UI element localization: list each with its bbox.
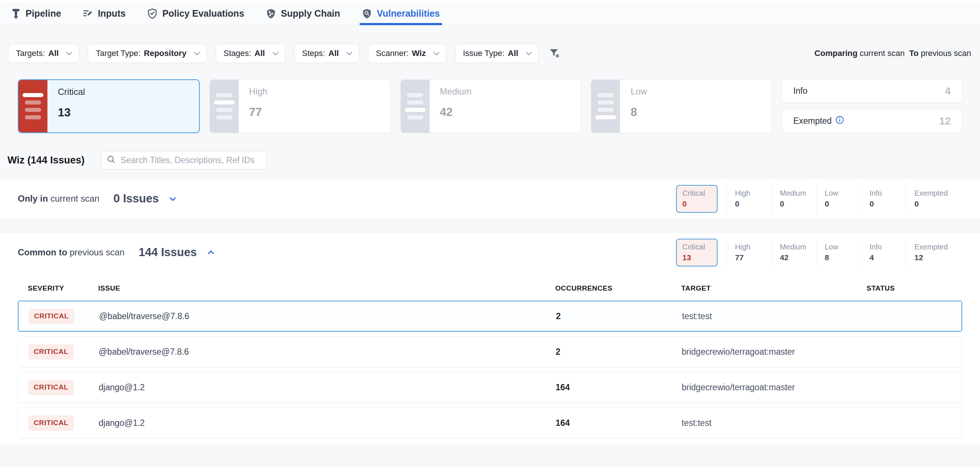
group-title-bold: Only in [18,194,48,203]
filter-value: Repository [144,49,186,58]
count-value: 13 [682,253,717,262]
search-icon [107,154,116,166]
exempted-card-label: Exempted [793,116,832,126]
table-row[interactable]: CRITICAL django@1.2 164 test:test [18,407,962,438]
vulnerabilities-page: Pipeline Inputs Policy Evaluations Suppl… [0,0,980,467]
filter-label: Target Type: [95,49,140,58]
count-value: 12 [915,253,962,262]
group-title-scope: previous scan [70,247,124,257]
group-issues-count: 0 Issues [113,192,159,205]
group-issues-toggle[interactable]: 144 Issues [138,246,213,259]
filter-label: Issue Type: [463,49,504,58]
tab-vulnerabilities[interactable]: Vulnerabilities [362,2,440,25]
count-label: Exempted [915,189,962,197]
count-critical[interactable]: Critical 13 [676,239,718,267]
comparing-previous: previous scan [921,49,971,58]
occurrences-cell: 164 [555,383,682,392]
severity-card-label: Critical [58,87,85,97]
comparing-text: Comparing current scan To previous scan [814,49,971,58]
count-label: Info [870,189,906,197]
group-title-bold: Common to [18,247,67,257]
filter-target-type[interactable]: Target Type: Repository [88,44,207,63]
issue-cell: django@1.2 [99,383,555,392]
severity-card-label: Medium [440,86,471,97]
filter-stages[interactable]: Stages: All [216,44,285,63]
severity-card-low[interactable]: Low 8 [591,79,772,133]
column-header-target: TARGET [681,284,867,292]
group-severity-counts: Critical 13 High 77 Medium 42 Low 8 Info [676,237,962,268]
exempted-card-count: 12 [939,115,951,127]
tab-supply-chain[interactable]: Supply Chain [266,2,340,25]
search-input[interactable] [121,155,261,165]
tab-label: Pipeline [25,8,61,19]
group-title: Common to previous scan [18,247,124,257]
severity-card-count: 8 [630,106,647,119]
filter-label: Steps: [302,49,325,58]
filter-targets[interactable]: Targets: All [8,44,79,63]
count-label: Info [870,243,906,251]
tab-inputs[interactable]: Inputs [83,2,126,25]
severity-level-icon [210,80,239,133]
count-exempted: Exempted 12 [906,237,962,268]
filter-steps[interactable]: Steps: All [294,44,360,63]
group-issues-toggle[interactable]: 0 Issues [113,192,175,205]
inputs-icon [83,8,93,19]
severity-card-high[interactable]: High 77 [209,79,391,133]
severity-level-icon [591,80,620,133]
common-previous-scan-section: Common to previous scan 144 Issues Criti… [0,233,980,445]
filter-value: All [255,49,265,58]
scanner-header-row: Wiz (144 Issues) [0,151,980,169]
severity-card-medium[interactable]: Medium 42 [400,79,582,133]
search-box[interactable] [101,151,267,169]
count-value: 42 [780,253,816,262]
target-cell: bridgecrewio/terragoat:master [682,347,867,357]
tab-policy-evaluations[interactable]: Policy Evaluations [147,2,244,25]
count-high: High 0 [727,183,771,214]
count-critical[interactable]: Critical 0 [676,185,718,213]
count-label: Medium [780,243,816,251]
severity-badge: CRITICAL [28,344,74,359]
tab-pipeline[interactable]: Pipeline [11,2,61,25]
top-nav: Pipeline Inputs Policy Evaluations Suppl… [0,2,980,25]
issue-cell: @babel/traverse@7.8.6 [99,311,556,321]
filter-value: Wiz [412,49,426,58]
count-label: High [735,189,771,197]
count-value: 0 [682,199,717,208]
count-value: 0 [780,199,816,208]
table-row[interactable]: CRITICAL @babel/traverse@7.8.6 2 test:te… [18,300,962,332]
severity-badge: CRITICAL [28,416,74,430]
group-title: Only in current scan [18,194,99,204]
tab-label: Inputs [98,8,126,19]
occurrences-cell: 164 [555,418,682,428]
table-row[interactable]: CRITICAL @babel/traverse@7.8.6 2 bridgec… [18,336,962,367]
table-row[interactable]: CRITICAL django@1.2 164 bridgecrewio/ter… [18,372,962,403]
info-card-label: Info [793,86,807,96]
issues-table: CRITICAL @babel/traverse@7.8.6 2 test:te… [0,300,980,438]
filter-scanner[interactable]: Scanner: Wiz [368,44,446,63]
count-label: Medium [780,189,816,197]
info-card-count: 4 [945,85,951,97]
tab-label: Policy Evaluations [162,8,244,19]
count-label: Low [825,189,861,197]
severity-card-count: 42 [440,106,471,119]
count-low: Low 8 [816,237,861,268]
severity-level-icon [401,80,430,133]
issue-cell: @babel/traverse@7.8.6 [99,347,555,357]
occurrences-cell: 2 [556,311,682,321]
info-icon[interactable] [835,116,844,126]
issue-cell: django@1.2 [99,418,555,428]
clear-filters-icon[interactable] [548,47,561,60]
count-value: 0 [870,199,906,208]
count-exempted: Exempted 0 [906,183,962,214]
table-header: SEVERITY ISSUE OCCURRENCES TARGET STATUS [0,284,980,292]
comparing-to-bold: To [909,49,918,58]
severity-card-count: 13 [58,106,85,119]
filter-issue-type[interactable]: Issue Type: All [455,44,539,63]
filter-row: Targets: All Target Type: Repository Sta… [0,44,980,63]
severity-level-icon [19,80,48,132]
target-cell: bridgecrewio/terragoat:master [682,383,867,392]
chevron-down-icon [347,50,353,56]
severity-card-critical[interactable]: Critical 13 [18,79,200,133]
exempted-card[interactable]: Exempted 12 [782,110,962,133]
info-card[interactable]: Info 4 [782,79,962,103]
